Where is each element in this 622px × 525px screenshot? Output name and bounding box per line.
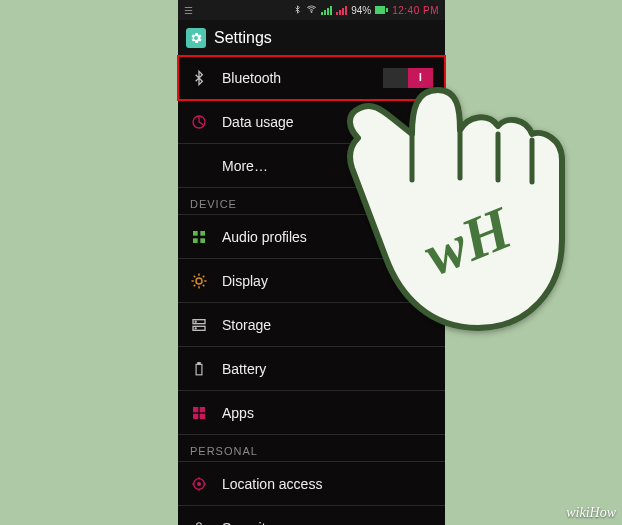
- svg-rect-14: [200, 407, 205, 412]
- security-label: Security: [222, 520, 433, 525]
- app-bar: Settings: [178, 20, 445, 56]
- row-bluetooth[interactable]: Bluetooth I: [178, 56, 445, 100]
- phone-screen: ☰ 94% 12:40 PM Settings Bluetooth: [178, 0, 445, 525]
- status-time: 12:40 PM: [392, 5, 439, 16]
- signal-bars-2: [336, 5, 347, 15]
- location-label: Location access: [222, 476, 433, 492]
- svg-point-9: [195, 321, 196, 322]
- bluetooth-status-icon: [293, 4, 302, 17]
- bluetooth-toggle[interactable]: I: [383, 68, 433, 88]
- row-security[interactable]: Security: [178, 506, 445, 525]
- apps-label: Apps: [222, 405, 433, 421]
- svg-point-0: [311, 12, 312, 13]
- svg-rect-4: [193, 238, 198, 243]
- storage-icon: [190, 316, 208, 334]
- status-left: ☰: [184, 5, 193, 16]
- audio-profiles-label: Audio profiles: [222, 229, 433, 245]
- status-bar: ☰ 94% 12:40 PM: [178, 0, 445, 20]
- more-label: More…: [222, 158, 433, 174]
- bluetooth-label: Bluetooth: [222, 70, 369, 86]
- svg-rect-5: [200, 238, 205, 243]
- toggle-on-label: I: [408, 68, 433, 88]
- svg-rect-15: [193, 413, 198, 418]
- location-icon: [190, 475, 208, 493]
- svg-point-18: [198, 482, 201, 485]
- battery-percent: 94%: [351, 5, 371, 16]
- row-location-access[interactable]: Location access: [178, 462, 445, 506]
- battery-row-icon: [190, 360, 208, 378]
- row-storage[interactable]: Storage: [178, 303, 445, 347]
- row-data-usage[interactable]: Data usage: [178, 100, 445, 144]
- svg-point-10: [195, 327, 196, 328]
- bluetooth-icon: [190, 69, 208, 87]
- display-icon: [190, 272, 208, 290]
- app-title: Settings: [214, 29, 272, 47]
- svg-rect-16: [200, 413, 205, 418]
- section-device: DEVICE: [178, 188, 445, 215]
- section-personal: PERSONAL: [178, 435, 445, 462]
- data-usage-icon: [190, 113, 208, 131]
- data-usage-label: Data usage: [222, 114, 433, 130]
- svg-rect-2: [193, 231, 198, 236]
- svg-rect-11: [196, 364, 202, 375]
- status-right: 94% 12:40 PM: [293, 4, 439, 17]
- row-audio-profiles[interactable]: Audio profiles: [178, 215, 445, 259]
- svg-rect-12: [198, 362, 200, 364]
- gear-icon: [186, 28, 206, 48]
- security-icon: [190, 519, 208, 525]
- signal-bars-1: [321, 5, 332, 15]
- apps-icon: [190, 404, 208, 422]
- svg-rect-3: [200, 231, 205, 236]
- row-more[interactable]: More…: [178, 144, 445, 188]
- row-apps[interactable]: Apps: [178, 391, 445, 435]
- display-label: Display: [222, 273, 433, 289]
- battery-label: Battery: [222, 361, 433, 377]
- audio-profiles-icon: [190, 228, 208, 246]
- watermark: wikiHow: [566, 505, 616, 521]
- battery-icon: [375, 6, 388, 14]
- storage-label: Storage: [222, 317, 433, 333]
- svg-point-6: [196, 278, 202, 284]
- svg-rect-13: [193, 407, 198, 412]
- row-battery[interactable]: Battery: [178, 347, 445, 391]
- menu-icon: ☰: [184, 5, 193, 16]
- wifi-status-icon: [306, 4, 317, 16]
- row-display[interactable]: Display: [178, 259, 445, 303]
